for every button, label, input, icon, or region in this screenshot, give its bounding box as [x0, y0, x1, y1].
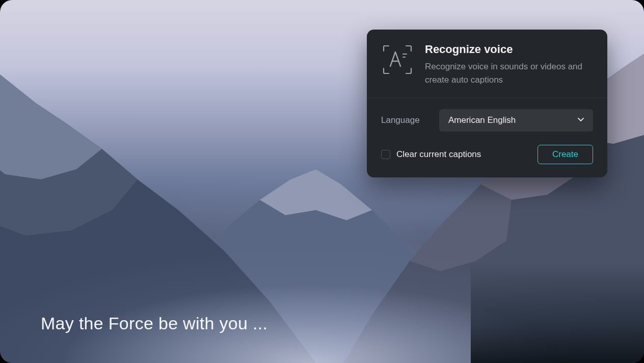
create-button[interactable]: Create	[538, 145, 593, 164]
clear-captions-checkbox[interactable]: Clear current captions	[381, 149, 481, 160]
language-selected-value: American English	[448, 115, 516, 125]
checkbox-box	[381, 150, 390, 159]
caption-text: May the Force be with you ...	[41, 314, 267, 333]
language-label: Language	[381, 115, 430, 125]
recognize-voice-panel: Recognize voice Recognize voice in sound…	[367, 30, 607, 177]
chevron-down-icon	[577, 115, 585, 125]
panel-header-text: Recognize voice Recognize voice in sound…	[425, 43, 593, 86]
clear-captions-label: Clear current captions	[396, 149, 481, 160]
panel-footer: Clear current captions Create	[367, 136, 607, 177]
language-select[interactable]: American English	[439, 109, 593, 132]
letter-a-scan-icon	[381, 43, 414, 75]
panel-subtitle: Recognize voice in sounds or videos and …	[425, 60, 593, 86]
video-preview: May the Force be with you ... R	[0, 0, 644, 363]
panel-header: Recognize voice Recognize voice in sound…	[367, 30, 607, 97]
panel-title: Recognize voice	[425, 43, 593, 56]
language-row: Language American English	[367, 98, 607, 136]
